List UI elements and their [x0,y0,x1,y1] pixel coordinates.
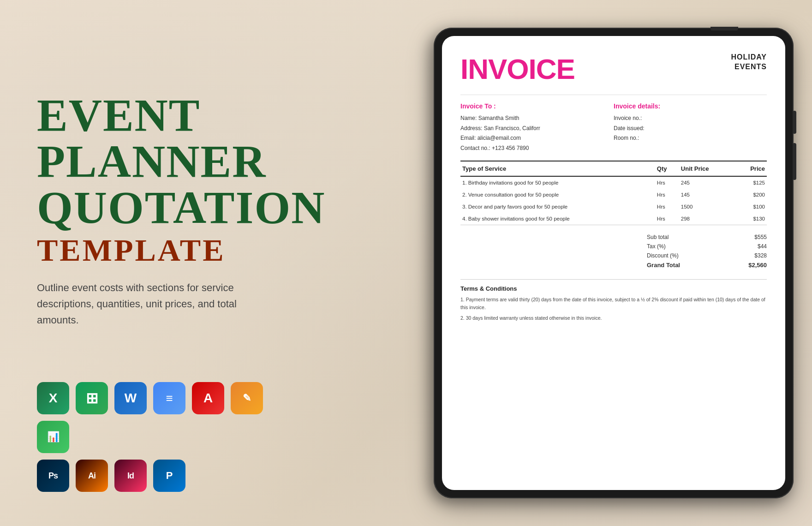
terms-title: Terms & Conditions [460,285,767,292]
table-row: 1. Birthday invitations good for 50 peop… [460,176,767,189]
detail-date-issued: Date issued: [614,124,767,134]
client-contact: Contact no.: +123 456 7890 [460,143,614,154]
grand-total-label: Grand Total [647,262,680,269]
service-qty-3: Hrs [655,201,679,213]
tablet-power-button [710,27,738,30]
totals-table: Sub total $555 Tax (%) $44 Discount (%) … [647,233,767,270]
invoice-to-label: Invoice To : [460,102,614,110]
left-panel: EVENT PLANNER QUOTATION TEMPLATE Outline… [0,0,314,526]
service-qty-1: Hrs [655,176,679,189]
indesign-label: Id [127,471,134,481]
title-event: EVENT [37,92,286,138]
invoice-to-section: Invoice To : Name: Samantha Smith Addres… [460,102,767,153]
col-unit-price: Unit Price [679,161,734,176]
indesign-icon[interactable]: Id [114,460,147,492]
tablet-volume-down [793,143,796,180]
terms-line1: 1. Payment terms are valid thirty (20) d… [460,296,767,311]
grand-total-value: $2,560 [748,262,767,269]
company-line2: EVENTS [731,62,767,72]
subtotal-value: $555 [754,234,767,240]
tablet-device: INVOICE HOLIDAY EVENTS Invoice To : Name… [434,28,794,498]
discount-row: Discount (%) $328 [647,251,767,260]
service-desc-4: 4. Baby shower invitations good for 50 p… [460,213,655,225]
service-unit-3: 1500 [679,201,734,213]
app-icons-area: X ⊞ W ≡ A ✎ 📊 Ps [37,382,286,508]
table-row: 2. Venue consultation good for 50 people… [460,189,767,201]
table-header-row: Type of Service Qty Unit Price Price [460,161,767,176]
totals-section: Sub total $555 Tax (%) $44 Discount (%) … [460,233,767,270]
discount-value: $328 [754,252,767,259]
tax-value: $44 [758,243,767,250]
header-divider [460,95,767,95]
service-qty-2: Hrs [655,189,679,201]
icons-row-2: Ps Ai Id P [37,460,286,492]
col-service: Type of Service [460,161,655,176]
client-email: Email: alicia@email.com [460,133,614,143]
terms-section: Terms & Conditions 1. Payment terms are … [460,279,767,322]
service-unit-2: 145 [679,189,734,201]
service-price-4: $130 [734,213,767,225]
service-price-2: $200 [734,189,767,201]
tax-row: Tax (%) $44 [647,242,767,251]
icons-row-1: X ⊞ W ≡ A ✎ 📊 [37,382,286,453]
service-desc-3: 3. Decor and party favors good for 50 pe… [460,201,655,213]
sheets-symbol: ⊞ [86,389,98,407]
docs-icon[interactable]: ≡ [153,382,185,414]
invoice-details-right: Invoice details: Invoice no.: Date issue… [614,102,767,153]
title-quotation: QUOTATION [37,185,286,231]
tax-label: Tax (%) [647,243,666,250]
excel-icon[interactable]: X [37,382,69,414]
invoice-document: INVOICE HOLIDAY EVENTS Invoice To : Name… [442,36,785,490]
services-table: Type of Service Qty Unit Price Price 1. … [460,161,767,225]
service-desc-2: 2. Venue consultation good for 50 people [460,189,655,201]
acrobat-icon[interactable]: A [192,382,224,414]
client-name: Name: Samantha Smith [460,114,614,124]
invoice-header: INVOICE HOLIDAY EVENTS [460,53,767,85]
invoice-to-left: Invoice To : Name: Samantha Smith Addres… [460,102,614,153]
grand-total-row: Grand Total $2,560 [647,260,767,270]
col-qty: Qty [655,161,679,176]
invoice-title: INVOICE [460,53,575,85]
company-line1: HOLIDAY [731,53,767,62]
subtotal-label: Sub total [647,234,669,240]
main-title-block: EVENT PLANNER QUOTATION TEMPLATE Outline… [37,92,286,329]
title-template: TEMPLATE [37,234,286,266]
publisher-label: P [166,470,173,482]
service-desc-1: 1. Birthday invitations good for 50 peop… [460,176,655,189]
service-price-1: $125 [734,176,767,189]
company-name: HOLIDAY EVENTS [731,53,767,72]
illustrator-icon[interactable]: Ai [76,460,108,492]
numbers-icon[interactable]: 📊 [37,421,69,453]
service-price-3: $100 [734,201,767,213]
word-icon[interactable]: W [114,382,147,414]
tablet-frame: INVOICE HOLIDAY EVENTS Invoice To : Name… [434,28,794,498]
table-row: 3. Decor and party favors good for 50 pe… [460,201,767,213]
acrobat-letter: A [203,391,213,406]
numbers-symbol: 📊 [47,431,60,443]
word-letter: W [125,391,137,406]
detail-room-no: Room no.: [614,133,767,143]
tablet-screen: INVOICE HOLIDAY EVENTS Invoice To : Name… [442,36,785,490]
invoice-details-label: Invoice details: [614,102,767,110]
tablet-volume-up [793,111,796,134]
terms-line2: 2. 30 days limited warranty unless state… [460,314,767,322]
illustrator-label: Ai [88,471,96,481]
pages-icon[interactable]: ✎ [231,382,263,414]
pages-letter: ✎ [243,392,251,404]
service-unit-4: 298 [679,213,734,225]
col-price: Price [734,161,767,176]
table-row: 4. Baby shower invitations good for 50 p… [460,213,767,225]
excel-letter: X [49,391,58,406]
photoshop-icon[interactable]: Ps [37,460,69,492]
service-unit-1: 245 [679,176,734,189]
sheets-icon[interactable]: ⊞ [76,382,108,414]
description-text: Outline event costs with sections for se… [37,280,258,329]
docs-symbol: ≡ [166,391,173,406]
detail-invoice-no: Invoice no.: [614,114,767,124]
photoshop-label: Ps [48,471,58,481]
subtotal-row: Sub total $555 [647,233,767,242]
discount-label: Discount (%) [647,252,679,259]
publisher-icon[interactable]: P [153,460,185,492]
client-address: Address: San Francisco, Califorr [460,124,614,134]
title-planner: PLANNER [37,138,286,185]
